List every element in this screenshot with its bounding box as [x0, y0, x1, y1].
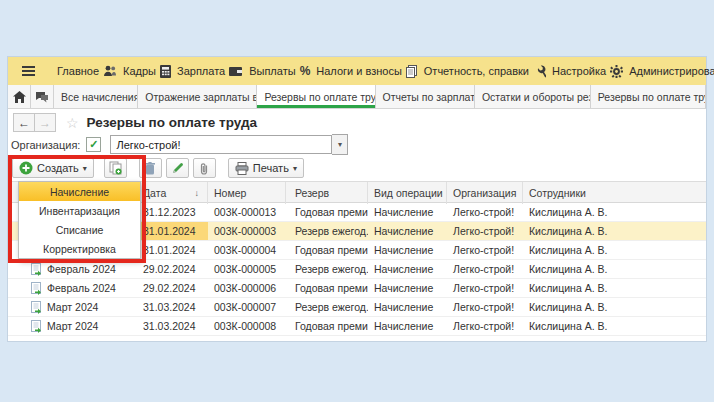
tab[interactable]: Резервы по оплате труда ×	[257, 85, 375, 108]
menu-item[interactable]: % Налоги и взносы	[298, 65, 404, 78]
create-button[interactable]: Создать ▾	[12, 158, 94, 178]
tab-label: Резервы по оплате тру...	[598, 91, 706, 103]
row-group: Февраль 2024	[47, 263, 116, 275]
document-icon	[30, 320, 42, 333]
edit-button[interactable]	[166, 158, 189, 178]
menu-item-label: Администрирование	[629, 65, 714, 77]
copy-document-button[interactable]	[104, 158, 127, 178]
menu-items: Главное Кадры Зарплата Выплаты	[49, 65, 714, 78]
tab[interactable]: Все начисления ×	[54, 85, 138, 108]
create-menu-item[interactable]: Начисление	[19, 182, 140, 201]
column-header-date[interactable]: Дата ↓	[137, 182, 208, 204]
row-organization: Легко-строй!	[447, 260, 523, 278]
discussions-icon[interactable]	[31, 85, 54, 108]
reports-icon	[406, 65, 418, 78]
row-organization: Легко-строй!	[447, 279, 523, 297]
row-group: Март 2024	[47, 320, 98, 332]
create-menu-item-label: Инвентаризация	[39, 205, 120, 217]
menu-item[interactable]: Зарплата	[158, 65, 227, 78]
create-menu-item-label: Начисление	[50, 186, 109, 198]
organization-checkbox[interactable]: ✓	[86, 137, 101, 152]
row-employees: Кислицина А. В.	[523, 279, 706, 297]
caret-down-icon: ▾	[293, 164, 297, 173]
row-group: Февраль 2024	[47, 282, 116, 294]
list-toolbar: Создать ▾ Печать ▾	[12, 157, 304, 179]
row-date: 31.03.2024	[137, 298, 208, 316]
percent-icon: %	[300, 65, 311, 77]
row-reserve: Годовая премия	[286, 279, 368, 297]
printer-icon	[235, 162, 249, 175]
document-icon	[30, 263, 42, 276]
row-date: 29.02.2024	[137, 279, 208, 297]
row-date: 31.03.2024	[137, 317, 208, 335]
column-header-operation[interactable]: Вид операции	[368, 182, 447, 204]
attachments-button[interactable]	[193, 158, 216, 178]
people-icon	[103, 65, 117, 77]
create-menu-item-label: Списание	[56, 224, 104, 236]
create-menu-item[interactable]: Списание	[19, 220, 140, 239]
row-date: 31.12.2023	[137, 203, 208, 221]
menu-item-label: Кадры	[123, 65, 156, 77]
menu-item[interactable]: Отчетность, справки	[404, 65, 531, 78]
organization-dropdown-button[interactable]: ▾	[332, 134, 348, 155]
row-organization: Легко-строй!	[447, 298, 523, 316]
tabs: Все начисления × Отражение зарплаты в ..…	[54, 85, 706, 108]
back-button[interactable]: ←	[13, 113, 35, 132]
column-header-organization[interactable]: Организация	[447, 182, 523, 204]
table-row[interactable]: Март 2024 31.03.2024 003К-000007 Резерв …	[8, 298, 706, 317]
row-reserve: Резерв ежегод...	[286, 222, 368, 240]
wrench-icon	[533, 65, 546, 78]
column-header-employees[interactable]: Сотрудники	[523, 182, 706, 204]
table-row[interactable]: Февраль 2024 29.02.2024 003К-000006 Годо…	[8, 279, 706, 298]
row-reserve: Резерв ежегод...	[286, 260, 368, 278]
wallet-icon	[229, 66, 243, 77]
organization-input[interactable]: Легко-строй!	[110, 135, 332, 154]
tab[interactable]: Резервы по оплате тру... ×	[591, 85, 706, 108]
create-dropdown-menu: Начисление Инвентаризация Списание Корре…	[18, 181, 141, 259]
row-date: 31.01.2024	[137, 222, 208, 240]
menu-item-label: Налоги и взносы	[316, 65, 402, 77]
tab-bar: Все начисления × Отражение зарплаты в ..…	[8, 85, 706, 109]
caret-down-icon: ▾	[83, 164, 87, 173]
forward-button[interactable]: →	[35, 113, 56, 132]
row-organization: Легко-строй!	[447, 241, 523, 259]
row-employees: Кислицина А. В.	[523, 260, 706, 278]
column-header-reserve[interactable]: Резерв	[286, 182, 368, 204]
table-row[interactable]: Март 2024 31.03.2024 003К-000008 Годовая…	[8, 317, 706, 336]
tab-label: Отчеты по зарплате	[383, 91, 475, 103]
menu-item[interactable]: Выплаты	[227, 65, 297, 78]
row-number: 003К-000006	[208, 279, 286, 297]
row-reserve: Резерв ежегод...	[286, 298, 368, 316]
create-menu-item[interactable]: Инвентаризация	[19, 201, 140, 220]
tab[interactable]: Остатки и обороты рез... ×	[475, 85, 591, 108]
table-row[interactable]: Февраль 2024 29.02.2024 003К-000005 Резе…	[8, 260, 706, 279]
menu-item[interactable]: Настройка	[531, 65, 608, 78]
row-reserve: Годовая премия	[286, 241, 368, 259]
row-date: 29.02.2024	[137, 260, 208, 278]
nav-row: ← → ☆ Резервы по оплате труда	[13, 113, 257, 132]
menu-item[interactable]: Администрирование	[608, 65, 714, 78]
row-employees: Кислицина А. В.	[523, 222, 706, 240]
menu-item-label: Зарплата	[177, 65, 225, 77]
menu-item-label: Выплаты	[249, 65, 295, 77]
row-date: 31.01.2024	[137, 241, 208, 259]
page-title: Резервы по оплате труда	[87, 115, 257, 130]
favorite-star-icon[interactable]: ☆	[66, 116, 79, 130]
organization-filter: Организация: ✓ Легко-строй! ▾	[11, 135, 348, 154]
row-operation: Начисление	[368, 203, 447, 221]
column-header-number[interactable]: Номер	[208, 182, 286, 204]
calculator-icon	[160, 65, 171, 78]
menu-item[interactable]: Главное	[49, 65, 101, 78]
home-icon[interactable]	[8, 85, 31, 108]
menu-item[interactable]: Кадры	[101, 65, 158, 78]
create-menu-item[interactable]: Корректировка	[19, 239, 140, 258]
hamburger-menu-icon[interactable]	[18, 64, 39, 79]
row-group: Март 2024	[47, 301, 98, 313]
tab[interactable]: Отражение зарплаты в ... ×	[138, 85, 257, 108]
row-organization: Легко-строй!	[447, 222, 523, 240]
row-employees: Кислицина А. В.	[523, 298, 706, 316]
delete-button[interactable]	[139, 158, 162, 178]
tab[interactable]: Отчеты по зарплате ×	[376, 85, 475, 108]
row-number: 003К-000013	[208, 203, 286, 221]
print-button[interactable]: Печать ▾	[228, 158, 304, 178]
